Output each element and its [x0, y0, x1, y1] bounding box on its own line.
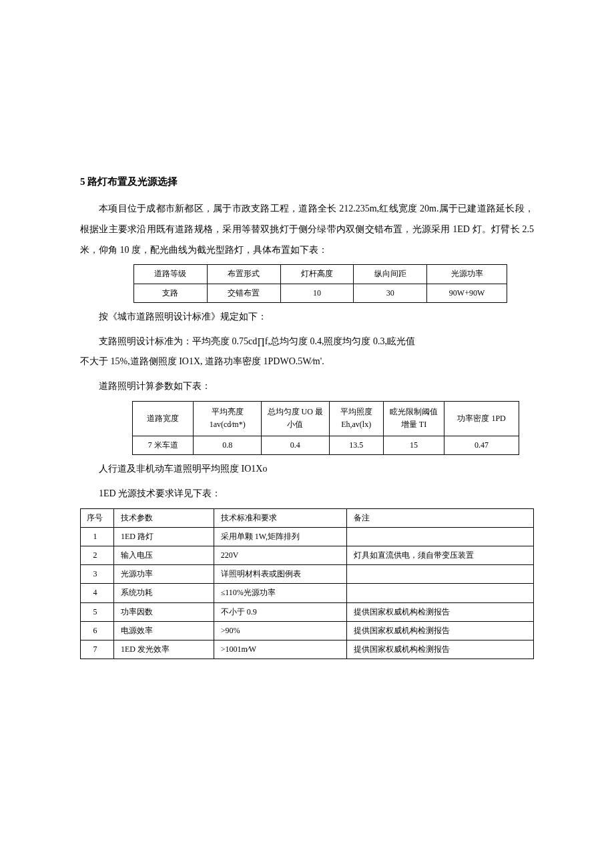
col-header: 序号 [81, 508, 114, 527]
paragraph-calc-intro: 道路照明计算参数如下表： [80, 376, 534, 397]
cell: 0.8 [194, 436, 262, 454]
col-header: 道路宽度 [133, 401, 194, 436]
cell: 0.47 [444, 436, 519, 454]
paragraph-sidewalk: 人行道及非机动车道照明平均照度 IO1Xo [80, 459, 534, 480]
col-header: 技术参数 [113, 508, 214, 527]
cell: 30 [354, 284, 427, 302]
paragraph-intro: 本项目位于成都市新都区，属于市政支路工程，道路全长 212.235m,红线宽度 … [80, 199, 534, 260]
table-row: 2输入电压220V灯具如直流供电，须自带变压装置 [81, 546, 534, 565]
cell: 2 [81, 546, 114, 565]
col-header: 平均亮度 1av(cd⁄m*) [194, 401, 262, 436]
cell: >1001m⁄W [214, 640, 347, 659]
cell: 提供国家权威机构检测报告 [347, 621, 534, 640]
table-row: 7 米车道 0.8 0.4 13.5 15 0.47 [133, 436, 519, 454]
cell: 6 [81, 621, 114, 640]
col-header: 灯杆高度 [280, 265, 354, 284]
cell [347, 565, 534, 584]
cell: 光源功率 [113, 565, 214, 584]
table-row: 4系统功耗≤110%光源功率 [81, 584, 534, 602]
col-header: 光源功率 [427, 265, 507, 284]
cell: 5 [81, 602, 114, 621]
paragraph-standard-ref: 按《城市道路照明设计标准》规定如下： [80, 307, 534, 328]
col-header: 纵向间距 [354, 265, 427, 284]
cell [347, 584, 534, 602]
cell: 13.5 [329, 436, 383, 454]
table-row: 6电源效率>90%提供国家权威机构检测报告 [81, 621, 534, 640]
table-row: 11ED 路灯采用单颗 1W,矩阵排列 [81, 527, 534, 546]
table-row: 道路宽度 平均亮度 1av(cd⁄m*) 总均匀度 UO 最小值 平均照度 Eh… [133, 401, 519, 436]
col-header: 技术标准和要求 [214, 508, 347, 527]
cell: 灯具如直流供电，须自带变压装置 [347, 546, 534, 565]
paragraph-standard-line1: 支路照明设计标准为：平均亮度 0.75cd∏f,总均匀度 0.4,照度均匀度 0… [80, 332, 534, 352]
cell: 90W+90W [427, 284, 507, 302]
cell: 交错布置 [207, 284, 280, 302]
calc-params-table: 道路宽度 平均亮度 1av(cd⁄m*) 总均匀度 UO 最小值 平均照度 Eh… [132, 401, 519, 455]
col-header: 平均照度 Eh,av(lx) [329, 401, 383, 436]
cell: 7 米车道 [133, 436, 194, 454]
cell: 220V [214, 546, 347, 565]
cell: 提供国家权威机构检测报告 [347, 602, 534, 621]
cell: 详照明材料表或图例表 [214, 565, 347, 584]
cell: 15 [383, 436, 444, 454]
paragraph-standard-line2: 不大于 15%,道路侧照度 IO1X, 道路功率密度 1PDWO.5W⁄m'. [80, 352, 534, 372]
cell: 1ED 发光效率 [113, 640, 214, 659]
col-header: 布置形式 [207, 265, 280, 284]
table-row: 5功率因数不小于 0.9提供国家权威机构检测报告 [81, 602, 534, 621]
col-header: 备注 [347, 508, 534, 527]
cell: 采用单颗 1W,矩阵排列 [214, 527, 347, 546]
cell: 提供国家权威机构检测报告 [347, 640, 534, 659]
col-header: 眩光限制阈值增量 TI [383, 401, 444, 436]
table-row: 支路 交错布置 10 30 90W+90W [134, 284, 507, 302]
section-heading: 5 路灯布置及光源选择 [80, 173, 534, 189]
cell: 支路 [134, 284, 208, 302]
col-header: 总均匀度 UO 最小值 [261, 401, 329, 436]
cell [347, 527, 534, 546]
cell: 1 [81, 527, 114, 546]
cell: 1ED 路灯 [113, 527, 214, 546]
paragraph-led-spec-intro: 1ED 光源技术要求详见下表： [80, 484, 534, 504]
table-row: 3光源功率详照明材料表或图例表 [81, 565, 534, 584]
table-row: 71ED 发光效率>1001m⁄W提供国家权威机构检测报告 [81, 640, 534, 659]
col-header: 道路等级 [134, 265, 208, 284]
cell: >90% [214, 621, 347, 640]
cell: 3 [81, 565, 114, 584]
cell: 0.4 [261, 436, 329, 454]
cell: 电源效率 [113, 621, 214, 640]
cell: 功率因数 [113, 602, 214, 621]
cell: ≤110%光源功率 [214, 584, 347, 602]
cell: 系统功耗 [113, 584, 214, 602]
cell: 不小于 0.9 [214, 602, 347, 621]
cell: 输入电压 [113, 546, 214, 565]
table-row: 道路等级 布置形式 灯杆高度 纵向间距 光源功率 [134, 265, 507, 284]
cell: 10 [280, 284, 354, 302]
layout-table: 道路等级 布置形式 灯杆高度 纵向间距 光源功率 支路 交错布置 10 30 9… [133, 264, 507, 302]
table-row: 序号 技术参数 技术标准和要求 备注 [81, 508, 534, 527]
led-spec-table: 序号 技术参数 技术标准和要求 备注 11ED 路灯采用单颗 1W,矩阵排列2输… [80, 508, 534, 660]
cell: 7 [81, 640, 114, 659]
col-header: 功率密度 1PD [444, 401, 519, 436]
cell: 4 [81, 584, 114, 602]
